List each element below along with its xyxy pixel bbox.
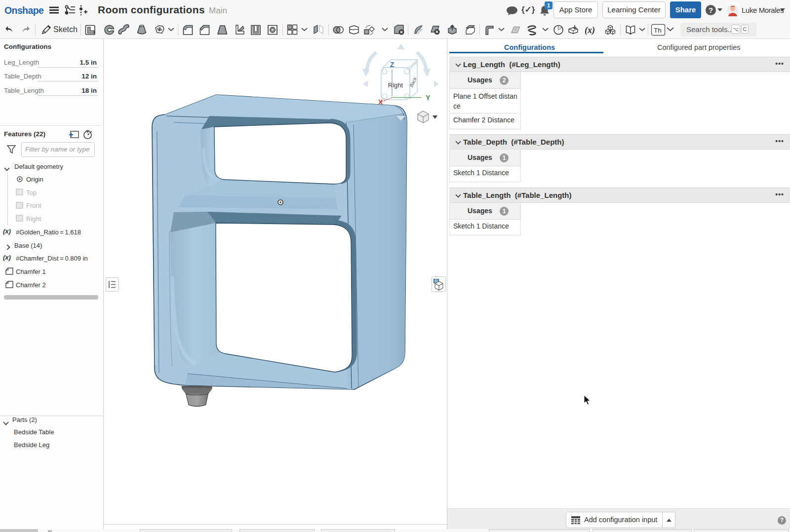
svg-text:(x): (x) xyxy=(585,25,595,36)
svg-text:X: X xyxy=(378,98,383,106)
svg-text:Right: Right xyxy=(388,81,403,89)
svg-text:Z: Z xyxy=(390,61,395,69)
svg-text:Y: Y xyxy=(426,94,431,102)
svg-text:Th: Th xyxy=(654,27,662,34)
